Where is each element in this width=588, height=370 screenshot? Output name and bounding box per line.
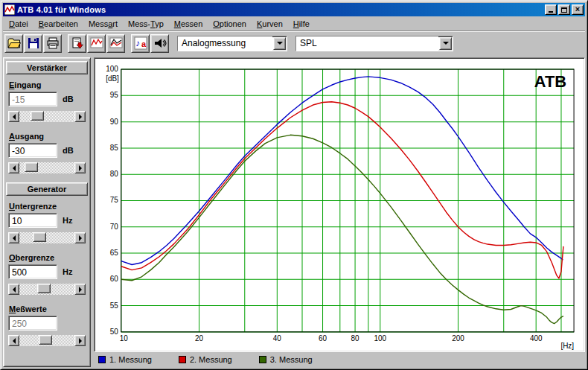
menu-item-hilfe[interactable]: Hilfe xyxy=(288,18,315,30)
ausgang-slider-track[interactable] xyxy=(19,162,74,173)
measure-mode-dropdown-button[interactable] xyxy=(273,37,286,50)
svg-text:a: a xyxy=(141,39,147,48)
untergrenze-input[interactable]: 10 xyxy=(8,213,57,228)
untergrenze-slider-thumb[interactable] xyxy=(33,232,46,242)
group-header-verstaerker: Verstärker xyxy=(6,61,88,74)
obergrenze-slider-thumb[interactable] xyxy=(37,284,51,293)
svg-text:200: 200 xyxy=(452,334,464,342)
ausgang-slider-right-button[interactable] xyxy=(74,162,86,173)
measure-type-dropdown[interactable]: SPL xyxy=(295,36,453,51)
messwerte-slider-right-button[interactable] xyxy=(74,335,86,346)
obergrenze-slider[interactable] xyxy=(8,284,86,295)
export-button[interactable] xyxy=(68,34,86,53)
obergrenze-slider-right-button[interactable] xyxy=(74,284,86,295)
messwerte-input[interactable]: 250 xyxy=(8,316,57,331)
obergrenze-slider-left-button[interactable] xyxy=(8,284,19,295)
untergrenze-label: Untergrenze xyxy=(9,202,86,211)
legend-item-1: 1. Messung xyxy=(98,355,152,364)
svg-text:70: 70 xyxy=(110,223,118,231)
menu-item-datei[interactable]: Datei xyxy=(4,18,33,30)
chart-legend: 1. Messung 2. Messung 3. Messung xyxy=(94,352,585,367)
export-icon xyxy=(71,36,84,50)
eingang-slider-track[interactable] xyxy=(19,111,74,122)
curves-button[interactable] xyxy=(87,34,106,53)
legend-item-3: 3. Messung xyxy=(259,355,313,364)
untergrenze-slider-track[interactable] xyxy=(19,232,74,243)
eingang-slider-right-button[interactable] xyxy=(74,111,86,122)
eingang-input[interactable]: -15 xyxy=(8,92,57,106)
maximize-button[interactable] xyxy=(558,4,570,15)
svg-text:400: 400 xyxy=(530,334,543,342)
chart-panel: 10095908580757065605550[dB]1020406080100… xyxy=(94,57,585,352)
field-eingang: Eingang -15 dB xyxy=(5,79,89,122)
svg-text:90: 90 xyxy=(110,118,118,126)
untergrenze-slider[interactable] xyxy=(8,232,86,243)
app-window: ATB 4.01 für Windows × Datei Bearbeiten … xyxy=(0,0,588,370)
app-icon xyxy=(4,4,15,15)
menu-item-messen[interactable]: Messen xyxy=(169,18,208,30)
menu-bar: Datei Bearbeiten Messart Mess-Typ Messen… xyxy=(3,16,585,31)
svg-text:[Hz]: [Hz] xyxy=(560,342,574,350)
close-button[interactable]: × xyxy=(572,4,584,15)
svg-text:85: 85 xyxy=(110,144,118,152)
ausgang-slider-thumb[interactable] xyxy=(25,162,38,172)
measure-mode-value: Analogmessung xyxy=(178,36,272,51)
untergrenze-slider-left-button[interactable] xyxy=(8,232,19,243)
maximize-icon xyxy=(561,7,567,13)
messwerte-slider-left-button[interactable] xyxy=(8,335,19,346)
chevron-down-icon xyxy=(277,42,283,45)
eingang-slider-thumb[interactable] xyxy=(31,111,44,121)
measure-type-value: SPL xyxy=(296,36,438,51)
messwerte-slider-track[interactable] xyxy=(19,335,74,346)
menu-item-bearbeiten[interactable]: Bearbeiten xyxy=(33,18,83,30)
measure-type-dropdown-button[interactable] xyxy=(439,37,452,50)
svg-text:65: 65 xyxy=(110,249,118,257)
curves-analysis-icon xyxy=(109,36,123,50)
ausgang-slider[interactable] xyxy=(8,162,86,173)
analyze-button[interactable] xyxy=(106,34,125,53)
curves-red-icon xyxy=(90,36,103,50)
svg-text:20: 20 xyxy=(195,334,203,342)
svg-text:75: 75 xyxy=(110,196,118,204)
svg-text:80: 80 xyxy=(351,334,359,342)
messwerte-slider[interactable] xyxy=(8,335,86,346)
legend-label-2: 2. Messung xyxy=(190,355,232,364)
save-button[interactable] xyxy=(24,34,42,53)
menu-item-optionen[interactable]: Optionen xyxy=(208,18,252,30)
svg-text:95: 95 xyxy=(110,91,118,99)
eingang-unit: dB xyxy=(63,95,74,103)
open-button[interactable] xyxy=(4,34,23,53)
main-area: Verstärker Eingang -15 dB Ausgang -30 dB xyxy=(3,54,585,367)
toolbar: ♪a Analogmessung SPL xyxy=(3,31,585,54)
ausgang-input[interactable]: -30 xyxy=(8,143,57,158)
menu-item-mess-typ[interactable]: Mess-Typ xyxy=(123,18,169,30)
untergrenze-slider-right-button[interactable] xyxy=(74,232,86,243)
arrow-right-icon xyxy=(79,338,82,344)
legend-label-1: 1. Messung xyxy=(109,355,152,364)
ausgang-slider-left-button[interactable] xyxy=(8,162,19,173)
messwerte-slider-thumb[interactable] xyxy=(39,335,52,345)
measure-mode-dropdown[interactable]: Analogmessung xyxy=(177,36,287,51)
svg-text:60: 60 xyxy=(319,334,327,342)
ausgang-label: Ausgang xyxy=(9,132,86,141)
svg-text:10: 10 xyxy=(120,334,128,342)
minimize-button[interactable] xyxy=(545,4,557,15)
obergrenze-slider-track[interactable] xyxy=(19,284,74,295)
legend-swatch-1 xyxy=(98,356,106,363)
svg-text:[dB]: [dB] xyxy=(106,74,119,83)
speaker-button[interactable] xyxy=(150,34,169,53)
svg-text:55: 55 xyxy=(110,302,118,310)
print-button[interactable] xyxy=(43,34,62,53)
arrow-left-icon xyxy=(13,338,16,344)
speaker-icon xyxy=(153,36,167,50)
menu-item-kurven[interactable]: Kurven xyxy=(252,18,288,30)
minimize-icon xyxy=(549,11,553,13)
menu-item-messart[interactable]: Messart xyxy=(83,18,123,30)
obergrenze-input[interactable]: 500 xyxy=(8,264,57,279)
eingang-slider-left-button[interactable] xyxy=(8,111,19,122)
eingang-slider[interactable] xyxy=(8,111,86,122)
print-icon xyxy=(46,36,60,50)
sound-test-button[interactable]: ♪a xyxy=(131,34,150,53)
window-title: ATB 4.01 für Windows xyxy=(17,5,543,14)
chart-area: 10095908580757065605550[dB]1020406080100… xyxy=(94,57,585,367)
